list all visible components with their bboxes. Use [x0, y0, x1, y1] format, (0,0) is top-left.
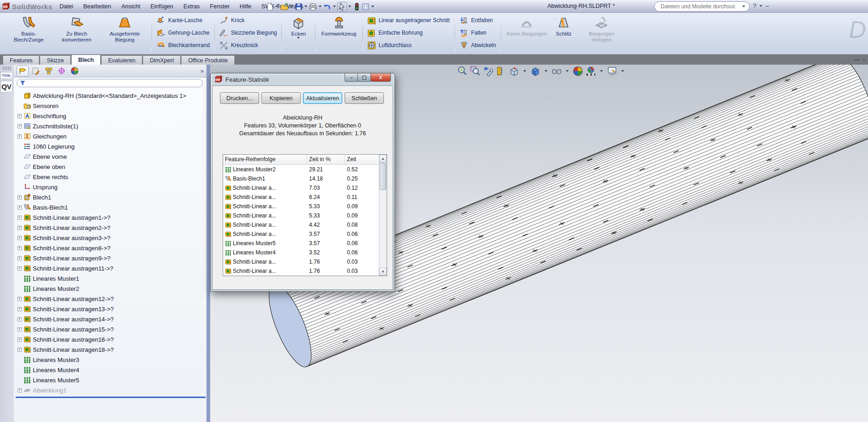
tab-blech[interactable]: Blech [71, 54, 101, 65]
tree-item-schnitt-linear-austragen9-[interactable]: +Schnitt-Linear austragen9->? [16, 253, 206, 263]
view-orientation-button[interactable] [509, 66, 519, 76]
ribbon-button-skizzierte-biegung[interactable]: Skizzierte Biegung [219, 27, 277, 38]
tree-item-schnitt-linear-austragen11-[interactable]: +Schnitt-Linear austragen11->? [16, 263, 206, 273]
tree-item-basis-blech1[interactable]: +Basis-Blech1 [16, 202, 206, 212]
menu-item-ansicht[interactable]: Ansicht [116, 1, 146, 12]
chevron-down-icon[interactable] [297, 37, 300, 39]
expand-plus-icon[interactable]: + [18, 195, 22, 199]
tree-item-schnitt-linear-austragen2-[interactable]: +Schnitt-Linear austragen2->? [16, 223, 206, 233]
restore-document-button[interactable]: ▫ [863, 56, 865, 63]
expand-plus-icon[interactable]: + [18, 236, 22, 240]
expand-plus-icon[interactable]: + [18, 338, 22, 342]
minimize-document-button[interactable]: — [854, 56, 860, 63]
table-row[interactable]: Basis-Blech114.180.25 [223, 174, 379, 183]
refresh-button[interactable]: Aktualisieren [303, 92, 342, 104]
tree-item-schnitt-linear-austragen15-[interactable]: +Schnitt-Linear austragen15->? [16, 324, 206, 334]
scroll-down-button[interactable]: ▼ [379, 268, 387, 276]
tool-desktop-icon[interactable]: TOOL [0, 72, 12, 79]
tree-item-ebene-rechts[interactable]: Ebene rechts [16, 172, 206, 182]
menu-item-fenster[interactable]: Fenster [205, 1, 234, 12]
tree-item-schnitt-linear-austragen13-[interactable]: +Schnitt-Linear austragen13->? [16, 304, 206, 314]
ribbon-button-kreuzknick[interactable]: Kreuzknick [219, 40, 277, 51]
ribbon-button-einfache-bohrung[interactable]: Einfache Bohrung [367, 27, 450, 38]
table-row[interactable]: Schnitt-Linear a...5.330.09 [223, 202, 379, 211]
table-row[interactable]: Schnitt-Linear a...5.330.09 [223, 211, 379, 220]
tree-item-gleichungen[interactable]: +ΣGleichungen [16, 131, 206, 141]
tree-item-zuschnittsliste-1-[interactable]: +Zuschnittsliste(1) [16, 121, 206, 131]
propertymanager-tab[interactable] [30, 66, 42, 77]
menu-item-bearbeiten[interactable]: Bearbeiten [78, 1, 116, 12]
tab-dimxpert[interactable]: DimXpert [143, 55, 181, 65]
table-row[interactable]: Schnitt-Linear a...4.420.08 [223, 220, 379, 229]
panel-collapse-button[interactable]: » [200, 67, 204, 74]
expand-plus-icon[interactable]: + [18, 114, 22, 118]
column-header-zeit-in-%[interactable]: Zeit in % [307, 155, 345, 164]
tab-office-produkte[interactable]: Office Produkte [181, 55, 235, 65]
apply-scene-button[interactable] [573, 66, 583, 76]
scroll-thumb[interactable] [380, 163, 386, 190]
chevron-down-icon[interactable] [523, 70, 526, 72]
chevron-down-icon[interactable] [545, 70, 547, 72]
menu-item-einfgen[interactable]: Einfügen [146, 1, 178, 12]
tree-item-ebene-oben[interactable]: Ebene oben [16, 162, 206, 172]
drag-handle[interactable] [3, 66, 11, 70]
ribbon-button-ecken[interactable]: Ecken [285, 14, 312, 53]
chevron-down-icon[interactable] [348, 6, 351, 7]
chevron-down-icon[interactable] [319, 6, 322, 7]
chevron-down-icon[interactable] [371, 6, 374, 7]
minimize-button[interactable]: – [765, 2, 769, 9]
menu-item-datei[interactable]: Datei [55, 1, 78, 12]
previous-view-button[interactable] [483, 66, 493, 76]
table-row[interactable]: Schnitt-Linear a...1.760.03 [223, 257, 379, 266]
tree-item-schnitt-linear-austragen12-[interactable]: +Schnitt-Linear austragen12->? [16, 294, 206, 304]
ribbon-button-kante-lasche[interactable]: Kante-Lasche [157, 15, 210, 26]
chevron-down-icon[interactable] [333, 6, 336, 7]
search-box[interactable] [654, 1, 750, 12]
column-header-zeit[interactable]: Zeit [345, 155, 379, 164]
expand-plus-icon[interactable]: + [18, 124, 22, 128]
expand-plus-icon[interactable]: + [18, 307, 22, 311]
open-button[interactable] [280, 2, 289, 11]
column-header-feature-reihenfolge[interactable]: Feature-Reihenfolge [223, 155, 307, 164]
rollback-bar[interactable] [16, 397, 206, 398]
dialog-maximize-button[interactable]: ▢ [358, 73, 371, 82]
tree-item-schnitt-linear-austragen16-[interactable]: +Schnitt-Linear austragen16->? [16, 334, 206, 344]
configurationmanager-tab[interactable] [42, 66, 55, 77]
tab-skizze[interactable]: Skizze [40, 55, 71, 65]
tree-item-ursprung[interactable]: Ursprung [16, 182, 206, 192]
rebuild-button[interactable] [352, 2, 361, 11]
tree-item-beschriftung[interactable]: +ABeschriftung [16, 111, 206, 121]
dimxpertmanager-tab[interactable] [55, 66, 67, 77]
scroll-up-button[interactable]: ▲ [379, 155, 387, 163]
tree-item-schnitt-linear-austragen18-[interactable]: +Schnitt-Linear austragen18->? [16, 344, 206, 355]
ribbon-button-falten[interactable]: Falten [460, 27, 496, 38]
ribbon-button-ausgeformte-biegung[interactable]: Ausgeformte Biegung [101, 14, 149, 53]
chevron-down-icon[interactable] [759, 5, 762, 7]
tree-item-lineares-muster3[interactable]: Lineares Muster3 [16, 355, 206, 365]
table-row[interactable]: Lineares Muster53.570.06 [223, 239, 379, 248]
section-view-button[interactable] [496, 66, 506, 76]
display-style-button[interactable] [530, 66, 540, 76]
chevron-down-icon[interactable] [304, 6, 307, 7]
ribbon-button-knick[interactable]: Knick [219, 15, 277, 26]
menu-item-extras[interactable]: Extras [178, 1, 205, 12]
edit-appearance-button[interactable] [607, 66, 617, 76]
tree-item-ebene-vorne[interactable]: Ebene vorne [16, 151, 206, 162]
qv-desktop-icon[interactable]: QV [0, 81, 12, 92]
tree-item-lineares-muster2[interactable]: Lineares Muster2 [16, 283, 206, 294]
dialog-minimize-button[interactable]: – [345, 73, 358, 82]
copy-button[interactable]: Kopieren [261, 92, 301, 104]
expand-plus-icon[interactable]: + [18, 226, 22, 230]
close-button[interactable]: Schließen [345, 92, 384, 104]
tab-evaluieren[interactable]: Evaluieren [101, 55, 142, 65]
undo-button[interactable] [323, 2, 332, 11]
expand-plus-icon[interactable]: + [18, 327, 22, 332]
zoom-area-button[interactable] [470, 66, 480, 76]
ribbon-button-entfalten[interactable]: Entfalten [460, 15, 496, 26]
chevron-down-icon[interactable] [290, 6, 293, 7]
ribbon-button-formwerkzeug[interactable]: Formwerkzeug [318, 14, 359, 53]
table-row[interactable]: Schnitt-Linear a...3.570.06 [223, 229, 379, 239]
menu-item-hilfe[interactable]: Hilfe [235, 1, 256, 12]
help-button[interactable]: ? [753, 2, 756, 9]
chevron-down-icon[interactable] [276, 6, 279, 7]
